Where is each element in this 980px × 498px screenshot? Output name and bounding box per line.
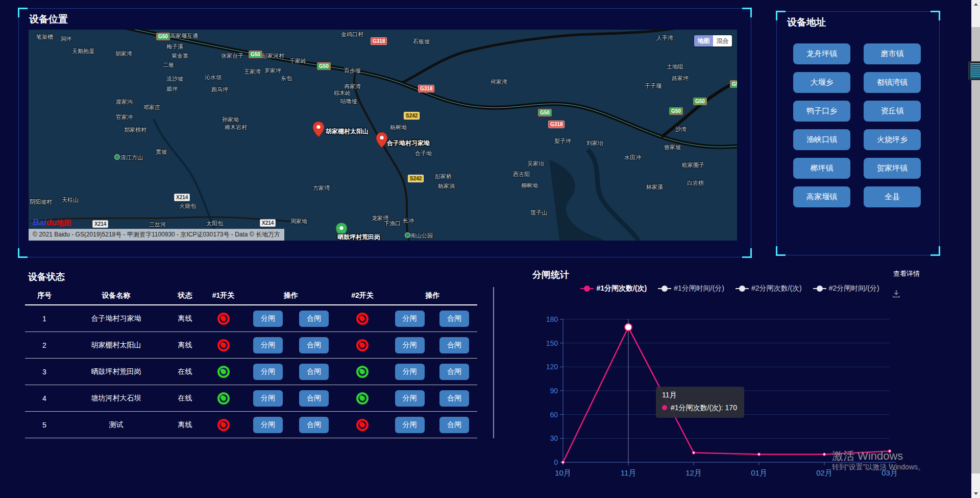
map-place-label: 人手湾 bbox=[656, 34, 673, 42]
switch2-close-button[interactable]: 合闸 bbox=[439, 390, 469, 407]
switch1-close-cell: 合闸 bbox=[291, 311, 337, 327]
baidu-map[interactable]: 笔架槽洞坪天鹅抱蛋胡家湾梅子溪紫金寨二墩流沙坡沁水坝跑马坪腊坪渡家沟邓家庄官家冲… bbox=[29, 30, 737, 241]
address-button-6[interactable]: 渔峡口镇 bbox=[793, 129, 850, 150]
x-tick-label: 10月 bbox=[555, 468, 571, 477]
table-scrollbar[interactable] bbox=[493, 287, 494, 438]
switch1-open-cell: 分闸 bbox=[245, 390, 291, 407]
map-place-label: 火烧包 bbox=[179, 202, 196, 210]
switch1-close-cell: 合闸 bbox=[291, 364, 337, 380]
switch1-open-button[interactable]: 分闸 bbox=[253, 311, 283, 327]
map-place-label: 棕木岭 bbox=[334, 89, 351, 97]
switch2-close-button[interactable]: 合闸 bbox=[439, 311, 469, 327]
map-type-map[interactable]: 地图 bbox=[694, 35, 713, 46]
switch1-open-button[interactable]: 分闸 bbox=[253, 417, 283, 433]
corner-decoration bbox=[18, 8, 28, 17]
map-place-label: 邓家庄 bbox=[143, 104, 160, 111]
data-point-highlighted bbox=[625, 324, 632, 331]
y-tick-label: 60 bbox=[550, 411, 558, 419]
switch2-indicator bbox=[356, 339, 369, 351]
map-place-label: 咕噜垭 bbox=[340, 98, 357, 105]
floating-widget[interactable] bbox=[968, 61, 980, 80]
map-place-label: 金鸡口村 bbox=[341, 31, 363, 38]
address-button-1[interactable]: 磨市镇 bbox=[864, 43, 921, 64]
address-button-8[interactable]: 榔坪镇 bbox=[793, 158, 850, 179]
map-type-control: 地图混合 bbox=[694, 35, 732, 46]
switch2-open-button[interactable]: 分闸 bbox=[395, 337, 425, 353]
column-header: #2开关 bbox=[337, 291, 388, 300]
legend-item-1[interactable]: #1分闸时间/(分) bbox=[658, 284, 724, 293]
map-pin-icon[interactable] bbox=[376, 132, 387, 150]
switch1-open-button[interactable]: 分闸 bbox=[253, 390, 283, 407]
switch1-open-cell: 分闸 bbox=[245, 337, 291, 353]
scrollbar-thumb[interactable] bbox=[971, 27, 980, 473]
column-header: 设备名称 bbox=[64, 291, 168, 300]
map-place-label: 沙湾 bbox=[675, 126, 687, 133]
address-button-3[interactable]: 都镇湾镇 bbox=[864, 72, 921, 93]
map-type-hybrid[interactable]: 混合 bbox=[713, 35, 732, 46]
switch2-open-button[interactable]: 分闸 bbox=[395, 390, 425, 407]
map-place-label: 欧家圈子 bbox=[682, 161, 704, 169]
legend-item-3[interactable]: #2分闸时间/(分) bbox=[813, 284, 879, 293]
activate-windows-hint: 转到“设置”以激活 Windows。 bbox=[832, 463, 925, 472]
view-details-link[interactable]: 查看详情 bbox=[893, 269, 920, 278]
legend-label: #2分闸次数/(次) bbox=[751, 284, 802, 293]
switch1-close-button[interactable]: 合闸 bbox=[299, 417, 329, 433]
legend-item-2[interactable]: #2分闸次数/(次) bbox=[736, 284, 802, 293]
switch2-close-button[interactable]: 合闸 bbox=[439, 364, 469, 380]
column-header: 状态 bbox=[168, 291, 202, 300]
row-index: 1 bbox=[25, 315, 64, 323]
address-button-4[interactable]: 鸭子口乡 bbox=[793, 101, 850, 122]
table-header-row: 序号设备名称状态#1开关操作#2开关操作 bbox=[25, 287, 477, 305]
device-status: 在线 bbox=[168, 367, 202, 376]
road-shield-x214: X214 bbox=[174, 194, 190, 201]
scrollbar-up-arrow[interactable] bbox=[974, 3, 978, 6]
map-place-label: 长冲 bbox=[403, 217, 414, 225]
chart-legend: #1分闸次数/(次)#1分闸时间/(分)#2分闸次数/(次)#2分闸时间/(分) bbox=[531, 284, 929, 293]
map-place-label: 天柱山 bbox=[62, 196, 79, 204]
switch2-close-button[interactable]: 合闸 bbox=[439, 337, 469, 353]
switch1-close-button[interactable]: 合闸 bbox=[299, 311, 329, 327]
map-place-label: 刘家坮 bbox=[586, 139, 603, 147]
address-button-2[interactable]: 大堰乡 bbox=[793, 72, 850, 93]
switch1-close-button[interactable]: 合闸 bbox=[299, 390, 329, 407]
switch2-close-button[interactable]: 合闸 bbox=[439, 417, 469, 433]
address-button-9[interactable]: 贺家坪镇 bbox=[864, 158, 921, 179]
map-pin-label: 晒鼓坪村荒田岗 bbox=[337, 233, 380, 241]
map-place-label: 杨树坳 bbox=[390, 124, 407, 131]
map-place-label: 洞坪 bbox=[60, 35, 71, 43]
switch2-indicator bbox=[356, 313, 369, 325]
switch2-open-button[interactable]: 分闸 bbox=[395, 417, 425, 433]
widget-bars-icon bbox=[970, 63, 980, 78]
map-pin-icon[interactable] bbox=[313, 122, 324, 139]
switch1-cell bbox=[202, 366, 245, 378]
road-shield-g50: G50 bbox=[538, 109, 552, 116]
address-button-5[interactable]: 资丘镇 bbox=[864, 101, 921, 122]
switch1-open-button[interactable]: 分闸 bbox=[253, 337, 283, 353]
map-place-label: 千家岭 bbox=[289, 57, 306, 65]
stats-title: 分闸统计 bbox=[532, 269, 569, 281]
address-button-10[interactable]: 高家堰镇 bbox=[793, 186, 850, 207]
address-button-0[interactable]: 龙舟坪镇 bbox=[793, 43, 850, 64]
switch1-close-button[interactable]: 合闸 bbox=[299, 364, 329, 380]
column-header: 操作 bbox=[388, 291, 477, 300]
switch1-close-button[interactable]: 合闸 bbox=[299, 337, 329, 353]
map-place-label: 天鹅抱蛋 bbox=[72, 48, 94, 55]
baidu-logo-bai: Bai bbox=[33, 218, 46, 227]
map-place-label: 郑家榜村 bbox=[124, 126, 146, 134]
switch1-cell bbox=[202, 419, 245, 431]
switch2-open-button[interactable]: 分闸 bbox=[395, 364, 425, 380]
corner-decoration bbox=[18, 248, 28, 258]
baidu-logo[interactable]: Baidu地图 bbox=[33, 218, 71, 228]
map-place-label: 石板坡 bbox=[413, 38, 430, 45]
address-button-11[interactable]: 全县 bbox=[864, 186, 921, 207]
legend-item-0[interactable]: #1分闸次数/(次) bbox=[580, 284, 647, 293]
scrollbar-down-arrow[interactable] bbox=[974, 492, 978, 495]
switch2-open-button[interactable]: 分闸 bbox=[395, 311, 425, 327]
road-shield-x214: X214 bbox=[260, 219, 276, 227]
map-place-label: 杨家淌 bbox=[438, 182, 455, 190]
legend-marker-icon bbox=[580, 286, 594, 291]
switch1-open-button[interactable]: 分闸 bbox=[253, 364, 283, 380]
map-place-label: 柳树坳 bbox=[521, 182, 538, 189]
address-button-7[interactable]: 火烧坪乡 bbox=[864, 129, 921, 150]
switch2-indicator bbox=[356, 419, 369, 431]
